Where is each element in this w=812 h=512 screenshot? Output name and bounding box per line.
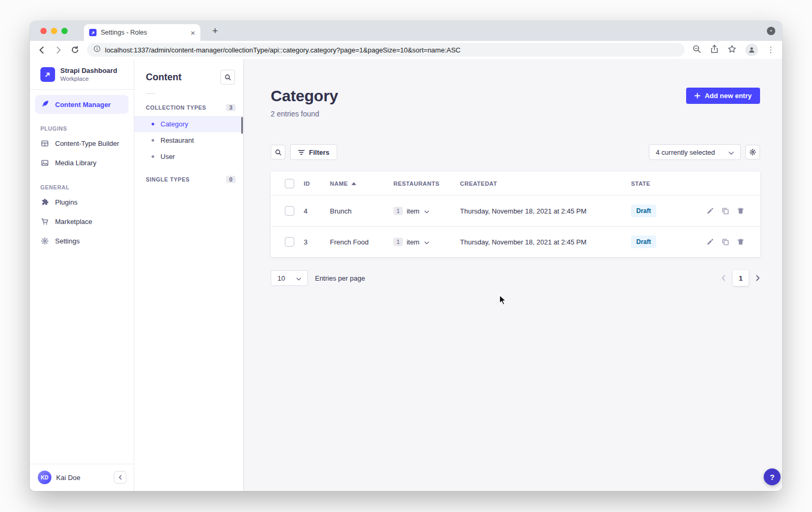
reload-icon[interactable]: [71, 46, 79, 54]
site-info-icon[interactable]: [93, 45, 101, 55]
pagination-bar: 10 Entries per page 1: [271, 270, 760, 286]
sidebar-item-marketplace[interactable]: Marketplace: [30, 212, 134, 231]
edit-icon[interactable]: [707, 207, 714, 215]
chevron-down-icon: [424, 207, 429, 215]
sidebar-item-label: Media Library: [55, 159, 97, 167]
feather-pen-icon: [41, 100, 49, 109]
cell-createdat: Thursday, November 18, 2021 at 2:45 PM: [460, 207, 631, 215]
workspace-brand[interactable]: Strapi Dashboard Workplace: [30, 59, 134, 90]
column-header-state[interactable]: STATE: [631, 180, 695, 187]
delete-trash-icon[interactable]: [737, 238, 744, 246]
cell-name: French Food: [330, 238, 393, 246]
forward-icon[interactable]: [54, 46, 63, 55]
bookmark-star-icon[interactable]: [728, 45, 736, 56]
previous-page-icon[interactable]: [721, 275, 725, 281]
scrollbar-thumb[interactable]: [241, 117, 243, 134]
column-header-id[interactable]: ID: [304, 180, 330, 187]
url-text: localhost:1337/admin/content-manager/col…: [105, 46, 461, 54]
chevron-left-icon: [118, 475, 122, 480]
gear-icon: [40, 237, 49, 245]
app-subtitle: Workplace: [60, 76, 117, 82]
search-icon: [225, 74, 231, 81]
row-checkbox[interactable]: [285, 237, 294, 247]
share-icon[interactable]: [710, 45, 719, 56]
address-bar[interactable]: localhost:1337/admin/content-manager/col…: [87, 43, 685, 57]
sidebar-item-settings[interactable]: Settings: [30, 231, 134, 251]
zoom-out-icon[interactable]: [692, 45, 701, 56]
relation-count-badge: 1: [393, 207, 403, 215]
subnav-item-category[interactable]: Category: [134, 116, 243, 132]
browser-tab[interactable]: Settings - Roles ×: [84, 24, 200, 41]
collapse-sidebar-button[interactable]: [114, 471, 126, 484]
help-button[interactable]: ?: [764, 468, 781, 485]
sidebar-item-label: Settings: [55, 237, 80, 245]
layout-grid-icon: [40, 140, 49, 147]
page-number-button[interactable]: 1: [733, 270, 749, 286]
entries-count: 2 entries found: [271, 110, 338, 118]
add-new-entry-button[interactable]: Add new entry: [686, 88, 760, 104]
subnav-search-button[interactable]: [220, 70, 235, 84]
back-icon[interactable]: [37, 46, 46, 55]
zoom-window-button[interactable]: [61, 28, 68, 34]
cell-createdat: Thursday, November 18, 2021 at 2:45 PM: [460, 238, 631, 246]
content-subnav: Content COLLECTION TYPES 3 Category Rest…: [134, 59, 244, 491]
filters-button[interactable]: Filters: [290, 144, 337, 160]
entries-per-page-label: Entries per page: [315, 274, 365, 282]
duplicate-icon[interactable]: [722, 238, 729, 246]
sidebar-item-plugins[interactable]: Plugins: [30, 193, 134, 212]
search-entries-button[interactable]: [271, 145, 285, 159]
close-window-button[interactable]: [40, 28, 47, 34]
cell-restaurants[interactable]: 1 item: [393, 238, 460, 246]
subnav-item-user[interactable]: User: [134, 148, 243, 165]
browser-tab-bar: Settings - Roles × +: [30, 21, 782, 41]
cell-id: 3: [304, 238, 330, 246]
subnav-item-label: User: [161, 153, 175, 161]
new-tab-button[interactable]: +: [209, 25, 221, 37]
sidebar-item-label: Plugins: [55, 198, 78, 206]
tab-close-icon[interactable]: ×: [190, 29, 195, 37]
cell-name: Brunch: [330, 207, 393, 215]
shopping-cart-icon: [40, 218, 49, 226]
duplicate-icon[interactable]: [722, 207, 729, 215]
bullet-icon: [152, 155, 154, 158]
page-size-select[interactable]: 10: [271, 270, 308, 286]
user-name: Kai Doe: [56, 474, 109, 482]
subnav-item-label: Restaurant: [161, 136, 194, 144]
sidebar-item-label: Marketplace: [55, 218, 92, 226]
chevron-down-icon: [424, 238, 429, 246]
browser-toolbar: localhost:1337/admin/content-manager/col…: [30, 41, 782, 59]
column-header-name[interactable]: NAME: [330, 180, 393, 187]
select-all-checkbox[interactable]: [285, 179, 294, 188]
minimize-window-button[interactable]: [51, 28, 57, 34]
browser-profile-icon[interactable]: [745, 44, 758, 56]
main-navigation: Strapi Dashboard Workplace Content Manag…: [30, 59, 134, 491]
row-checkbox[interactable]: [285, 206, 294, 216]
single-types-count-badge: 0: [226, 176, 236, 183]
edit-icon[interactable]: [707, 238, 714, 246]
avatar[interactable]: KD: [38, 471, 51, 484]
relation-label: item: [407, 238, 420, 246]
app-title: Strapi Dashboard: [60, 67, 117, 74]
column-header-restaurants[interactable]: RESTAURANTS: [393, 180, 460, 187]
delete-trash-icon[interactable]: [737, 207, 744, 215]
bullet-icon: [152, 123, 154, 125]
field-selection-dropdown[interactable]: 4 currently selected: [649, 144, 741, 160]
cell-restaurants[interactable]: 1 item: [393, 207, 460, 215]
collection-types-count-badge: 3: [226, 104, 236, 111]
divider: [146, 93, 155, 94]
subnav-item-restaurant[interactable]: Restaurant: [134, 132, 243, 148]
next-page-icon[interactable]: [756, 275, 760, 281]
tab-search-button[interactable]: [767, 27, 775, 35]
image-icon: [40, 159, 49, 167]
filter-icon: [298, 150, 305, 155]
sidebar-item-content-manager[interactable]: Content Manager: [35, 95, 129, 114]
subnav-title: Content: [146, 72, 181, 83]
sidebar-item-content-type-builder[interactable]: Content-Type Builder: [30, 134, 134, 153]
sidebar-item-media-library[interactable]: Media Library: [30, 153, 134, 173]
status-badge: Draft: [631, 205, 656, 217]
column-header-createdat[interactable]: CREATEDAT: [460, 180, 631, 187]
table-row[interactable]: 4 Brunch 1 item Thursday, November 18, 2…: [271, 195, 760, 226]
table-row[interactable]: 3 French Food 1 item Thursday, November …: [271, 226, 760, 257]
browser-menu-icon[interactable]: ⋮: [767, 45, 775, 55]
view-settings-button[interactable]: [745, 145, 760, 159]
